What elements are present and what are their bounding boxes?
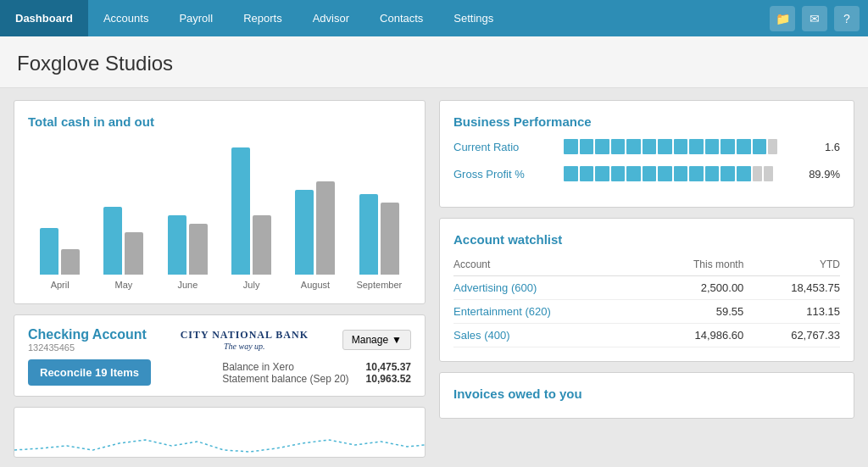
- current-ratio-label[interactable]: Current Ratio: [453, 141, 555, 153]
- nav-item-accounts[interactable]: Accounts: [88, 0, 164, 36]
- account-advertising[interactable]: Advertising (600): [453, 276, 645, 300]
- entertainment-this-month: 59.55: [645, 300, 744, 324]
- balance-xero-value: 10,475.37: [366, 361, 411, 373]
- balance-statement-value: 10,963.52: [366, 373, 411, 385]
- chart-label-april: April: [28, 280, 92, 290]
- account-entertainment[interactable]: Entertainment (620): [453, 300, 645, 324]
- chart-group-september: [348, 194, 411, 275]
- sales-ytd: 62,767.33: [743, 324, 840, 347]
- left-panel: Total cash in and out: [14, 100, 426, 458]
- watchlist-title: Account watchlist: [453, 232, 840, 247]
- main-content: Total cash in and out: [0, 88, 868, 467]
- gross-profit-value: 89.9%: [806, 168, 840, 181]
- nav-item-settings[interactable]: Settings: [438, 0, 509, 36]
- advertising-this-month: 2,500.00: [645, 276, 744, 300]
- bar-may-blue: [103, 207, 122, 275]
- bar-august-gray: [316, 181, 335, 275]
- current-ratio-value: 1.6: [806, 141, 840, 153]
- watchlist-row: Sales (400) 14,986.60 62,767.33: [453, 324, 840, 347]
- watchlist-header-row: Account This month YTD: [453, 257, 840, 276]
- nav-item-reports[interactable]: Reports: [228, 0, 298, 36]
- balance-info: Balance in Xero 10,475.37 Statement bala…: [222, 361, 411, 385]
- chevron-down-icon: ▼: [392, 334, 402, 346]
- gross-profit-bar: [564, 166, 798, 181]
- reconcile-row: Reconcile 19 Items Balance in Xero 10,47…: [28, 359, 411, 386]
- invoices-card: Invoices owed to you: [439, 372, 854, 419]
- checking-number: 132435465: [28, 342, 147, 353]
- checking-title: Checking Account: [28, 327, 147, 342]
- bar-june-gray: [189, 224, 208, 275]
- bank-logo: City National Bank The way up.: [181, 329, 309, 351]
- bar-july-blue: [231, 147, 250, 275]
- col-account: Account: [453, 257, 645, 276]
- gross-profit-label[interactable]: Gross Profit %: [453, 168, 555, 181]
- page-title: Foxglove Studios: [17, 52, 851, 75]
- bar-april-gray: [61, 249, 80, 275]
- checking-header: Checking Account 132435465 City National…: [28, 327, 411, 353]
- chart-group-june: [156, 215, 220, 275]
- chart-label-july: July: [220, 280, 283, 290]
- bar-april-blue: [40, 228, 58, 275]
- chart-labels: April May June July August September: [28, 280, 411, 290]
- checking-info: Checking Account 132435465: [28, 327, 147, 353]
- mail-icon[interactable]: ✉: [802, 6, 827, 31]
- current-ratio-row: Current Ratio: [453, 139, 840, 154]
- chart-group-may: [92, 207, 155, 275]
- balance-statement-row: Statement balance (Sep 20) 10,963.52: [222, 373, 411, 385]
- business-performance-title: Business Performance: [453, 114, 840, 129]
- chart-group-july: [220, 147, 283, 275]
- watchlist-card: Account watchlist Account This month YTD…: [439, 218, 854, 362]
- right-panel: Business Performance Current Ratio: [439, 100, 854, 458]
- bar-june-blue: [168, 215, 186, 275]
- gross-profit-segments: [564, 166, 798, 181]
- entertainment-ytd: 113.15: [743, 300, 840, 324]
- page-header: Foxglove Studios: [0, 36, 868, 88]
- reconcile-button[interactable]: Reconcile 19 Items: [28, 359, 151, 386]
- current-ratio-segments: [564, 139, 798, 154]
- col-this-month: This month: [645, 257, 744, 276]
- nav-item-payroll[interactable]: Payroll: [164, 0, 228, 36]
- top-nav: Dashboard Accounts Payroll Reports Advis…: [0, 0, 868, 36]
- bank-tagline: The way up.: [181, 342, 309, 351]
- nav-item-contacts[interactable]: Contacts: [364, 0, 438, 36]
- nav-item-advisor[interactable]: Advisor: [298, 0, 364, 36]
- sales-this-month: 14,986.60: [645, 324, 744, 347]
- line-chart-svg: [14, 408, 425, 458]
- account-sales[interactable]: Sales (400): [453, 324, 645, 347]
- mini-line-chart: [14, 407, 426, 458]
- help-icon[interactable]: ?: [834, 6, 860, 31]
- advertising-ytd: 18,453.75: [743, 276, 840, 300]
- bar-september-gray: [381, 203, 399, 275]
- current-ratio-bar: [564, 139, 798, 154]
- bar-july-gray: [253, 215, 271, 275]
- business-performance-card: Business Performance Current Ratio: [439, 100, 854, 208]
- bar-august-blue: [295, 190, 314, 275]
- balance-statement-label: Statement balance (Sep 20): [222, 373, 348, 385]
- chart-label-may: May: [92, 280, 155, 290]
- chart-group-april: [28, 228, 92, 275]
- nav-item-dashboard[interactable]: Dashboard: [0, 0, 88, 36]
- folder-icon[interactable]: 📁: [770, 6, 795, 31]
- gross-profit-row: Gross Profit %: [453, 166, 840, 181]
- watchlist-table: Account This month YTD Advertising (600)…: [453, 257, 840, 347]
- bar-chart: [28, 139, 411, 275]
- bank-name: City National Bank: [181, 329, 309, 342]
- cash-chart-card: Total cash in and out: [14, 100, 426, 304]
- manage-button[interactable]: Manage ▼: [342, 330, 411, 350]
- cash-chart-title: Total cash in and out: [28, 114, 411, 129]
- balance-xero-row: Balance in Xero 10,475.37: [222, 361, 411, 373]
- chart-label-august: August: [283, 280, 347, 290]
- chart-label-june: June: [156, 280, 220, 290]
- watchlist-row: Entertainment (620) 59.55 113.15: [453, 300, 840, 324]
- bar-september-blue: [359, 194, 378, 275]
- chart-group-august: [283, 181, 347, 275]
- balance-xero-label: Balance in Xero: [222, 361, 294, 373]
- col-ytd: YTD: [743, 257, 840, 276]
- bar-may-gray: [125, 232, 143, 275]
- chart-label-september: September: [348, 280, 411, 290]
- checking-account-card: Checking Account 132435465 City National…: [14, 314, 426, 397]
- watchlist-row: Advertising (600) 2,500.00 18,453.75: [453, 276, 840, 300]
- invoices-title: Invoices owed to you: [453, 386, 840, 401]
